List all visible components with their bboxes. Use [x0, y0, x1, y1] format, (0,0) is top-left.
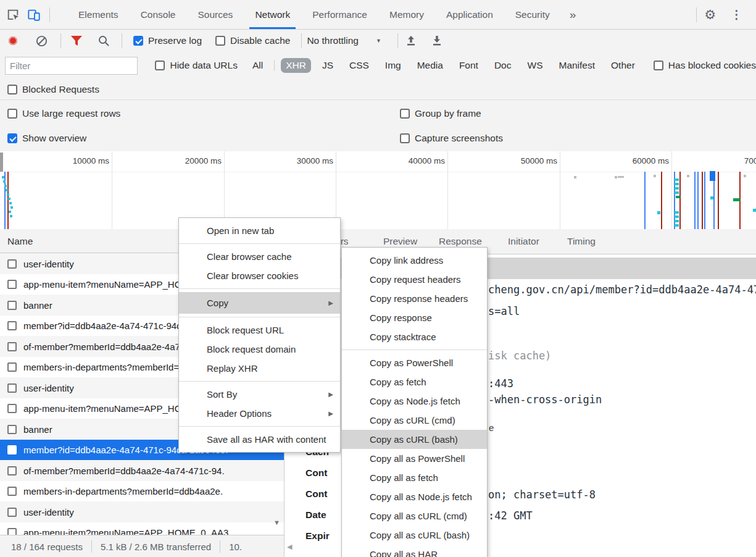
inspect-element-icon[interactable] [2, 4, 23, 25]
tab-security[interactable]: Security [504, 0, 561, 29]
tab-elements[interactable]: Elements [67, 0, 130, 29]
table-row[interactable]: of-member?memberId=ddb4aa2e-4a74-471c-94… [0, 460, 284, 481]
filter-pill-font[interactable]: Font [454, 58, 483, 73]
menu-item-block-request-url[interactable]: Block request URL [179, 320, 340, 340]
menu-item-clear-browser-cache[interactable]: Clear browser cache [179, 247, 340, 266]
menu-item-copy-response[interactable]: Copy response [342, 308, 487, 327]
row-checkbox[interactable] [7, 425, 17, 434]
menu-item-clear-browser-cookies[interactable]: Clear browser cookies [179, 266, 340, 285]
row-checkbox[interactable] [7, 383, 17, 393]
filter-pill-js[interactable]: JS [317, 58, 338, 73]
preserve-log-checkbox[interactable] [133, 36, 143, 46]
clear-icon[interactable] [31, 30, 52, 51]
menu-item-copy-response-headers[interactable]: Copy response headers [342, 289, 487, 308]
menu-item-save-all-as-har-with-content[interactable]: Save all as HAR with content [179, 430, 340, 449]
export-har-icon[interactable] [426, 30, 447, 51]
menu-item-copy-all-as-har[interactable]: Copy all as HAR [342, 545, 487, 557]
filter-pill-ws[interactable]: WS [523, 58, 548, 73]
tab-network[interactable]: Network [244, 0, 301, 29]
use-large-request-rows-checkbox[interactable] [7, 109, 17, 119]
row-checkbox[interactable] [7, 362, 17, 372]
menu-item-copy-as-node-js-fetch[interactable]: Copy as Node.js fetch [342, 392, 487, 411]
menu-item-copy-all-as-curl-bash[interactable]: Copy all as cURL (bash) [342, 526, 487, 545]
status-bar: 18 / 164 requests5.1 kB / 2.6 MB transfe… [0, 535, 284, 557]
filter-pill-css[interactable]: CSS [344, 58, 374, 73]
row-checkbox[interactable] [7, 528, 17, 535]
filter-pill-other[interactable]: Other [606, 58, 640, 73]
has-blocked-cookies-checkbox[interactable] [654, 61, 663, 70]
row-checkbox[interactable] [7, 321, 17, 330]
timeline-mark [657, 211, 660, 214]
menu-item-copy-stacktrace[interactable]: Copy stacktrace [342, 327, 487, 346]
more-tabs-icon[interactable]: » [561, 0, 585, 29]
device-toolbar-icon[interactable] [23, 4, 44, 25]
filter-pill-media[interactable]: Media [412, 58, 448, 73]
filter-pill-img[interactable]: Img [380, 58, 406, 73]
table-row[interactable]: app-menu-item?menuName=APP_HOME_0_AA3... [0, 522, 284, 535]
menu-item-copy-as-powershell[interactable]: Copy as PowerShell [342, 353, 487, 372]
tab-timing[interactable]: Timing [567, 229, 596, 254]
menu-item-copy-link-address[interactable]: Copy link address [342, 251, 487, 270]
disable-cache-checkbox[interactable] [215, 36, 225, 46]
table-row[interactable]: user-identity [0, 501, 284, 522]
row-checkbox[interactable] [7, 342, 17, 351]
network-overview-timeline[interactable]: 10000 ms20000 ms30000 ms40000 ms50000 ms… [0, 151, 756, 230]
search-icon[interactable] [93, 30, 114, 51]
row-checkbox[interactable] [7, 466, 17, 475]
row-checkbox[interactable] [7, 404, 17, 413]
menu-item-replay-xhr[interactable]: Replay XHR [179, 359, 340, 378]
more-options-icon[interactable]: ⋮ [723, 7, 750, 22]
row-checkbox[interactable] [7, 259, 17, 269]
show-overview-checkbox[interactable] [7, 133, 17, 143]
filter-input[interactable] [5, 57, 138, 75]
filter-pill-doc[interactable]: Doc [489, 58, 517, 73]
menu-item-open-in-new-tab[interactable]: Open in new tab [179, 221, 340, 240]
menu-item-copy[interactable]: Copy▶ [179, 292, 340, 314]
menu-item-block-request-domain[interactable]: Block request domain [179, 340, 340, 359]
import-har-icon[interactable] [401, 30, 422, 51]
row-checkbox[interactable] [7, 508, 17, 517]
row-checkbox[interactable] [7, 445, 17, 454]
row-checkbox[interactable] [7, 301, 17, 310]
tab-console[interactable]: Console [130, 0, 187, 29]
menu-item-sort-by[interactable]: Sort By▶ [179, 385, 340, 404]
timeline-mark [654, 175, 656, 177]
menu-item-copy-all-as-powershell[interactable]: Copy all as PowerShell [342, 449, 487, 468]
menu-item-copy-all-as-curl-cmd[interactable]: Copy all as cURL (cmd) [342, 506, 487, 526]
scroll-left-icon[interactable]: ◀ [287, 543, 292, 551]
table-row[interactable]: members-in-departments?memberId=ddb4aa2e… [0, 481, 284, 502]
row-checkbox[interactable] [7, 487, 17, 496]
scroll-down-icon[interactable]: ▼ [273, 519, 280, 526]
filter-pill-manifest[interactable]: Manifest [554, 58, 600, 73]
capture-screenshots-checkbox[interactable] [400, 133, 410, 143]
timeline-mark [661, 172, 662, 229]
menu-separator [179, 288, 340, 289]
menu-item-copy-as-curl-bash[interactable]: Copy as cURL (bash) [342, 430, 487, 449]
filter-pill-all[interactable]: All [247, 58, 268, 73]
request-name: app-menu-item?menuName=APP_HOME_0_AA3... [23, 527, 236, 535]
tab-sources[interactable]: Sources [187, 0, 244, 29]
settings-gear-icon[interactable]: ⚙ [697, 7, 723, 22]
tab-application[interactable]: Application [435, 0, 504, 29]
menu-item-header-options[interactable]: Header Options▶ [179, 404, 340, 423]
menu-item-copy-as-curl-cmd[interactable]: Copy as cURL (cmd) [342, 411, 487, 430]
blocked-requests-checkbox[interactable] [7, 85, 17, 94]
throttling-dropdown-arrow-icon[interactable]: ▼ [376, 38, 381, 44]
record-button[interactable] [2, 30, 23, 51]
tab-memory[interactable]: Memory [378, 0, 435, 29]
menu-item-copy-request-headers[interactable]: Copy request headers [342, 270, 487, 289]
has-blocked-cookies-label: Has blocked cookies [668, 60, 756, 71]
menu-item-copy-all-as-node-js-fetch[interactable]: Copy all as Node.js fetch [342, 487, 487, 506]
filter-pill-xhr[interactable]: XHR [281, 58, 311, 73]
throttling-select[interactable]: No throttling [307, 35, 359, 46]
request-name: banner [23, 424, 52, 435]
tab-initiator[interactable]: Initiator [508, 229, 539, 254]
menu-item-copy-all-as-fetch[interactable]: Copy all as fetch [342, 468, 487, 487]
group-by-frame-checkbox[interactable] [400, 109, 410, 119]
tab-performance[interactable]: Performance [301, 0, 378, 29]
filter-icon[interactable] [66, 30, 87, 51]
row-checkbox[interactable] [7, 280, 17, 289]
hide-data-urls-checkbox[interactable] [155, 61, 165, 70]
menu-item-copy-as-fetch[interactable]: Copy as fetch [342, 372, 487, 392]
timeline-scroll-handle[interactable] [0, 153, 3, 172]
